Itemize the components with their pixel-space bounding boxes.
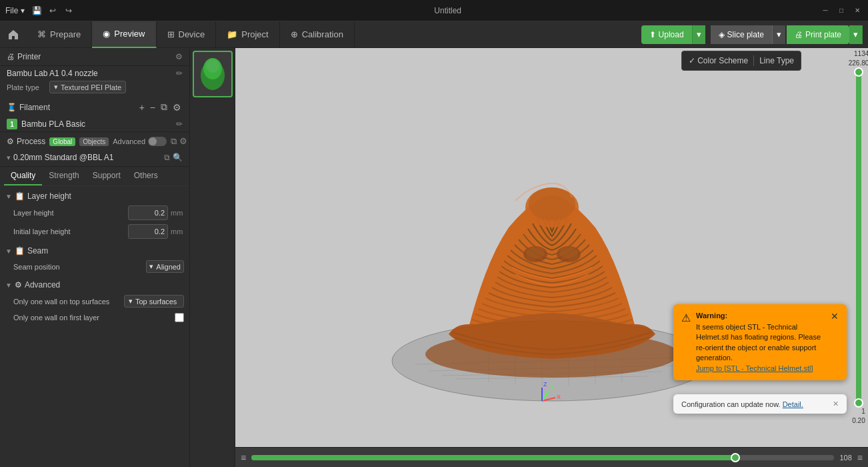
maximize-button[interactable]: □ (836, 5, 847, 16)
one-wall-top-dropdown[interactable]: ▾ Top surfaces (124, 295, 184, 308)
advanced-label: Advanced (113, 137, 145, 145)
slice-button[interactable]: ◈ Slice plate (711, 25, 772, 44)
advanced-settings-icon: ⚙ (15, 280, 22, 290)
initial-layer-height-input[interactable] (128, 224, 168, 239)
minimize-button[interactable]: ─ (820, 5, 831, 16)
line-type-text: Line Type (759, 56, 794, 65)
slider-knob-top (854, 67, 863, 77)
one-wall-top-label: Only one wall on top surfaces (13, 298, 120, 306)
info-text: Configuration can update now. (681, 400, 781, 408)
seam-title: Seam (27, 246, 48, 256)
layer-height-input[interactable] (128, 205, 168, 220)
progress-bar-container[interactable] (251, 455, 834, 460)
calibration-icon: ⊕ (291, 29, 298, 39)
undo-icon[interactable]: ↩ (46, 4, 59, 17)
print-button[interactable]: 🖨 Print plate (787, 25, 849, 44)
advanced-group-title: Advanced (25, 280, 60, 290)
printer-icon: 🖨 (7, 52, 15, 61)
save-icon[interactable]: 💾 (30, 4, 43, 17)
filament-add-button[interactable]: + (138, 101, 146, 113)
printer-settings-icon[interactable]: ⚙ (175, 52, 183, 61)
warning-close-button[interactable]: ✕ (831, 311, 839, 322)
color-scheme-label[interactable]: ✓ Color Scheme (689, 56, 748, 65)
plate-type-dropdown[interactable]: ▾ Textured PEI Plate (49, 81, 126, 93)
redo-icon[interactable]: ↪ (62, 4, 75, 17)
bottom-left-icon[interactable]: ≡ (241, 452, 246, 463)
warning-text: It seems object STL - Technical Helmet.s… (696, 322, 823, 364)
filament-copy-icon[interactable]: ⧉ (159, 101, 169, 113)
process-header: ⚙ Process Global Objects Advanced ⧉ ⚙ (0, 132, 189, 151)
advanced-header[interactable]: ▼ ⚙ Advanced (0, 278, 189, 292)
slider-track[interactable] (856, 72, 861, 403)
process-title: ⚙ Process (7, 137, 45, 146)
profile-copy-icon[interactable]: ⧉ (164, 153, 170, 162)
home-button[interactable] (0, 21, 27, 48)
slice-icon: ◈ (719, 30, 725, 39)
tab-calibration[interactable]: ⊕ Calibration (280, 21, 355, 48)
svg-point-2 (206, 59, 219, 73)
tab-support[interactable]: Support (86, 167, 127, 185)
seam-header[interactable]: ▼ 📋 Seam (0, 244, 189, 258)
close-button[interactable]: ✕ (852, 5, 863, 16)
layer-height-header[interactable]: ▼ 📋 Layer height (0, 189, 189, 203)
filament-remove-button[interactable]: − (149, 101, 157, 113)
warning-link[interactable]: Jump to [STL - Technical Helmet.stl] (696, 364, 813, 372)
file-menu[interactable]: File ▾ (5, 6, 25, 15)
print-arrow-button[interactable]: ▾ (849, 25, 863, 44)
tab-prepare[interactable]: ⌘ Prepare (27, 21, 92, 48)
plate-type-row: Plate type ▾ Textured PEI Plate (0, 79, 189, 97)
filament-badge: 1 (7, 119, 17, 129)
slice-arrow-button[interactable]: ▾ (772, 25, 785, 44)
warning-icon: ⚠ (681, 312, 691, 324)
one-wall-first-label: Only one wall on first layer (13, 314, 171, 322)
upload-button[interactable]: ⬆ Upload (641, 25, 692, 44)
svg-point-20 (526, 247, 545, 259)
layer-height-row: Layer height mm (0, 203, 189, 222)
layers-icon[interactable]: ≡ (857, 452, 863, 463)
info-close-button[interactable]: ✕ (833, 400, 839, 408)
filament-header: 🧵 Filament + − ⧉ ⚙ (0, 97, 189, 117)
filament-title-label: Filament (19, 103, 50, 112)
process-copy-icon[interactable]: ⧉ (171, 136, 177, 147)
advanced-toggle-switch[interactable] (148, 137, 167, 146)
toast-warning-content: Warning: It seems object STL - Technical… (696, 311, 823, 374)
thumbnail-item-1[interactable] (193, 51, 233, 97)
profile-row: ▾ 0.20mm Standard @BBL A1 ⧉ 🔍 (0, 151, 189, 166)
process-global-tag[interactable]: Global (49, 137, 75, 146)
viewport: ✓ Color Scheme Line Type (190, 48, 868, 467)
tab-others[interactable]: Others (127, 167, 165, 185)
nav-actions: ⬆ Upload ▾ ◈ Slice plate ▾ 🖨 Print plate… (641, 25, 863, 44)
tab-quality[interactable]: Quality (4, 167, 42, 185)
svg-point-17 (529, 187, 575, 221)
filament-actions: + − ⧉ ⚙ (138, 101, 183, 113)
filament-settings-icon[interactable]: ⚙ (171, 101, 183, 113)
one-wall-first-checkbox[interactable] (175, 313, 184, 322)
upload-arrow-button[interactable]: ▾ (692, 25, 705, 44)
tab-strength[interactable]: Strength (42, 167, 85, 185)
profile-search-icon[interactable]: 🔍 (173, 153, 183, 162)
filament-title: 🧵 Filament (7, 103, 50, 112)
process-title-label: Process (17, 137, 45, 146)
tab-project[interactable]: 📁 Project (216, 21, 279, 48)
info-link[interactable]: Detail. (783, 400, 803, 408)
progress-handle[interactable] (731, 453, 740, 462)
filament-edit-icon[interactable]: ✏ (176, 119, 183, 129)
seam-position-dropdown[interactable]: ▾ Aligned (146, 260, 184, 273)
process-settings-icon[interactable]: ⚙ (179, 136, 187, 147)
titlebar-icons: 💾 ↩ ↪ (30, 4, 75, 17)
quality-tabs: Quality Strength Support Others (0, 167, 189, 186)
color-scheme-popup: ✓ Color Scheme Line Type (681, 51, 801, 71)
process-icon: ⚙ (7, 137, 14, 146)
printer-name-row: Bambu Lab A1 0.4 nozzle ✏ (0, 66, 189, 79)
printer-edit-icon[interactable]: ✏ (176, 69, 183, 78)
process-objects-tag[interactable]: Objects (79, 137, 109, 146)
layer-height-title: Layer height (27, 191, 71, 201)
line-type-label[interactable]: Line Type (759, 56, 794, 65)
model-area[interactable]: ✓ Color Scheme Line Type (235, 48, 868, 447)
slice-label: Slice plate (727, 30, 764, 39)
navbar: ⌘ Prepare ◉ Preview ⊞ Device 📁 Project ⊕… (0, 21, 868, 48)
tab-device[interactable]: ⊞ Device (157, 21, 217, 48)
tab-preview[interactable]: ◉ Preview (92, 21, 156, 48)
upload-icon: ⬆ (649, 30, 656, 39)
initial-layer-height-row: Initial layer height mm (0, 222, 189, 241)
